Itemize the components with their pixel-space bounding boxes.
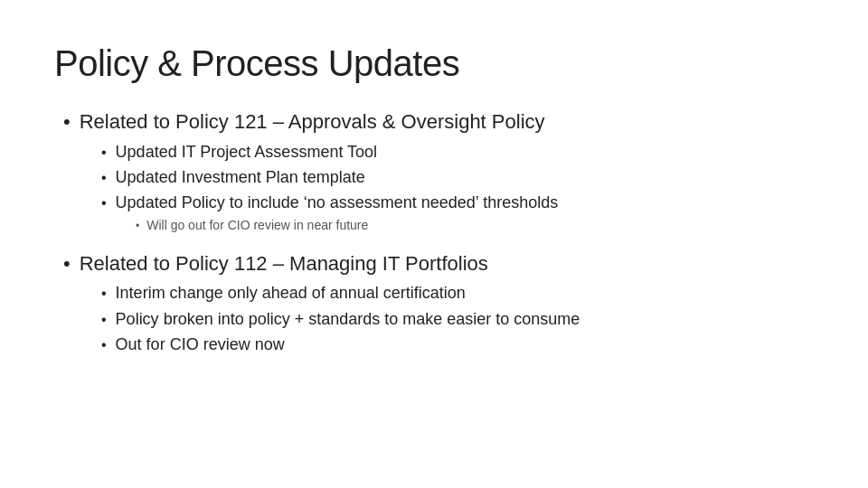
item-text: Updated IT Project Assessment Tool: [116, 141, 378, 164]
list-item: • Interim change only ahead of annual ce…: [101, 282, 814, 305]
list-item: • Out for CIO review now: [101, 333, 814, 356]
bullet-icon: •: [101, 284, 107, 304]
bullet-icon: •: [101, 310, 107, 330]
slide-content: • Related to Policy 121 – Approvals & Ov…: [54, 109, 814, 356]
item-text: Interim change only ahead of annual cert…: [116, 282, 466, 305]
sub-list: • Will go out for CIO review in near fut…: [136, 217, 814, 235]
section-1: • Related to Policy 121 – Approvals & Ov…: [63, 109, 814, 235]
section-1-header: • Related to Policy 121 – Approvals & Ov…: [63, 109, 814, 136]
section-2: • Related to Policy 112 – Managing IT Po…: [63, 251, 814, 356]
bullet-icon: •: [101, 335, 107, 355]
section-2-list: • Interim change only ahead of annual ce…: [101, 282, 814, 356]
section-2-title: Related to Policy 112 – Managing IT Port…: [80, 251, 488, 277]
bullet-icon: •: [101, 143, 107, 163]
list-item: • Policy broken into policy + standards …: [101, 308, 814, 331]
section-2-header: • Related to Policy 112 – Managing IT Po…: [63, 251, 814, 277]
item-text: Out for CIO review now: [116, 333, 285, 356]
list-item: • Updated Investment Plan template: [101, 166, 814, 189]
list-item: • Updated Policy to include ‘no assessme…: [101, 192, 814, 214]
item-text: Policy broken into policy + standards to…: [116, 308, 580, 331]
item-text: Updated Policy to include ‘no assessment…: [116, 192, 559, 214]
list-item: • Will go out for CIO review in near fut…: [136, 217, 814, 235]
bullet-icon: •: [101, 193, 107, 213]
slide: Policy & Process Updates • Related to Po…: [0, 0, 868, 488]
item-text: Will go out for CIO review in near futur…: [146, 217, 368, 235]
section-1-list: • Updated IT Project Assessment Tool • U…: [101, 141, 814, 235]
item-text: Updated Investment Plan template: [116, 166, 365, 189]
bullet-icon: •: [101, 168, 107, 188]
section-2-bullet-icon: •: [63, 254, 71, 274]
section-1-bullet-icon: •: [63, 112, 71, 132]
section-1-title: Related to Policy 121 – Approvals & Over…: [80, 109, 545, 136]
list-item: • Updated IT Project Assessment Tool: [101, 141, 814, 164]
bullet-icon: •: [136, 219, 139, 234]
slide-title: Policy & Process Updates: [54, 43, 814, 84]
